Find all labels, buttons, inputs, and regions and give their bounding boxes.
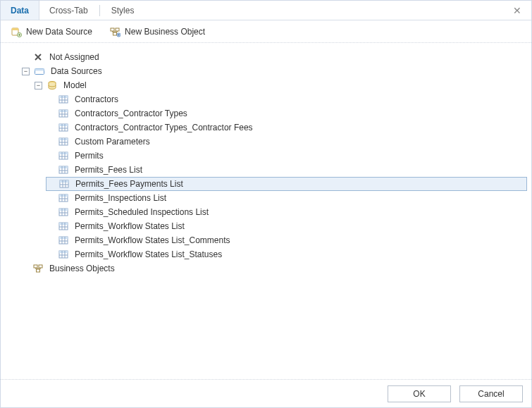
tree-node-table[interactable]: Permits_Inspections List (46, 191, 527, 205)
button-label: New Data Source (26, 27, 92, 37)
toggle-spacer (47, 138, 55, 146)
node-label: Custom Parameters (72, 136, 153, 147)
node-label: Business Objects (47, 263, 118, 274)
table-icon (58, 164, 69, 175)
tab-label: Styles (111, 6, 135, 16)
toggle-spacer (47, 194, 55, 202)
table-icon (58, 221, 69, 232)
toggle-spacer (47, 152, 55, 160)
new-data-source-icon (11, 26, 22, 37)
toggle-spacer (22, 265, 30, 273)
node-label: Data Sources (48, 66, 105, 77)
tree-node-not-assigned[interactable]: Not Assigned (20, 50, 527, 64)
table-icon (58, 94, 69, 105)
button-label: OK (413, 389, 425, 399)
node-label: Contractors_Contractor Types (72, 108, 190, 119)
ok-button[interactable]: OK (388, 385, 451, 402)
table-icon (58, 192, 69, 204)
database-icon (47, 80, 58, 91)
close-button[interactable]: ✕ (510, 4, 524, 18)
new-business-object-button[interactable]: New Business Object (106, 25, 208, 39)
toggle-spacer (47, 223, 55, 230)
toggle-spacer (47, 209, 55, 216)
tab-label: Cross-Tab (49, 6, 88, 16)
node-label: Permits_Workflow States List (72, 221, 187, 232)
tree-node-table[interactable]: Permits (46, 149, 527, 163)
tabs-row: Data Cross-Tab Styles ✕ (1, 1, 531, 20)
node-label: Permits (72, 150, 106, 161)
node-label: Permits_Fees List (72, 164, 145, 175)
collapse-toggle[interactable]: − (35, 82, 42, 89)
toolbar: New Data Source New Business Object (1, 20, 531, 43)
tree-root: Not Assigned − Data Sources − Mod (5, 50, 527, 276)
tree-panel: Not Assigned − Data Sources − Mod (1, 43, 531, 379)
tree-node-table[interactable]: Custom Parameters (46, 135, 527, 149)
tab-separator (99, 5, 100, 16)
node-label: Permits_Inspections List (72, 192, 169, 204)
cross-icon (32, 51, 44, 63)
table-icon (58, 178, 70, 190)
node-label: Model (61, 80, 89, 91)
dialog-root: Data Cross-Tab Styles ✕ New Data Source … (0, 0, 532, 408)
toggle-spacer (22, 54, 30, 61)
tree-node-data-sources[interactable]: − Data Sources − Model ContractorsContra… (20, 64, 527, 261)
tab-data[interactable]: Data (1, 1, 39, 20)
toggle-spacer (47, 96, 55, 104)
tab-crosstab[interactable]: Cross-Tab (39, 1, 98, 20)
tab-label: Data (11, 6, 29, 16)
toggle-spacer (47, 124, 55, 132)
table-icon (58, 235, 69, 246)
toggle-spacer (47, 237, 55, 245)
tree-node-table[interactable]: Contractors_Contractor Types (46, 106, 527, 120)
table-icon (58, 150, 69, 161)
toggle-spacer (48, 180, 56, 188)
dialog-footer: OK Cancel (1, 379, 531, 407)
toggle-spacer (47, 166, 55, 174)
node-label: Permits_Fees Payments List (73, 179, 186, 189)
table-icon (58, 108, 69, 119)
tree-node-table[interactable]: Permits_Workflow States List_Statuses (46, 247, 527, 261)
tree-node-business-objects[interactable]: Business Objects (20, 261, 527, 276)
node-label: Not Assigned (47, 51, 102, 63)
new-business-object-icon (109, 26, 120, 37)
new-data-source-button[interactable]: New Data Source (8, 25, 95, 39)
node-label: Permits_Workflow States List_Statuses (72, 249, 225, 260)
tree-node-table[interactable]: Permits_Scheduled Inspections List (46, 205, 527, 219)
tree-node-table[interactable]: Permits_Fees Payments List (46, 177, 527, 191)
tree-node-table[interactable]: Permits_Workflow States List (46, 219, 527, 233)
tab-styles[interactable]: Styles (101, 1, 144, 20)
table-icon (58, 136, 69, 147)
tree-node-model[interactable]: − Model ContractorsContractors_Contracto… (33, 78, 527, 261)
table-icon (58, 249, 69, 260)
node-label: Permits_Workflow States List_Comments (72, 235, 233, 246)
tree-node-table[interactable]: Contractors (46, 92, 527, 106)
node-label: Permits_Scheduled Inspections List (72, 206, 211, 218)
table-icon (58, 206, 69, 218)
node-label: Contractors (72, 94, 121, 105)
toggle-spacer (47, 110, 55, 118)
node-label: Contractors_Contractor Types_Contractor … (72, 122, 256, 133)
business-objects-icon (32, 263, 44, 274)
button-label: Cancel (478, 389, 504, 399)
table-icon (58, 122, 69, 133)
tree-node-table[interactable]: Permits_Workflow States List_Comments (46, 233, 527, 247)
cancel-button[interactable]: Cancel (459, 385, 523, 402)
collapse-toggle[interactable]: − (22, 68, 30, 75)
tree-node-table[interactable]: Contractors_Contractor Types_Contractor … (46, 120, 527, 135)
tree-node-table[interactable]: Permits_Fees List (46, 163, 527, 177)
button-label: New Business Object (125, 27, 205, 37)
folder-icon (34, 66, 45, 77)
toggle-spacer (47, 251, 55, 259)
